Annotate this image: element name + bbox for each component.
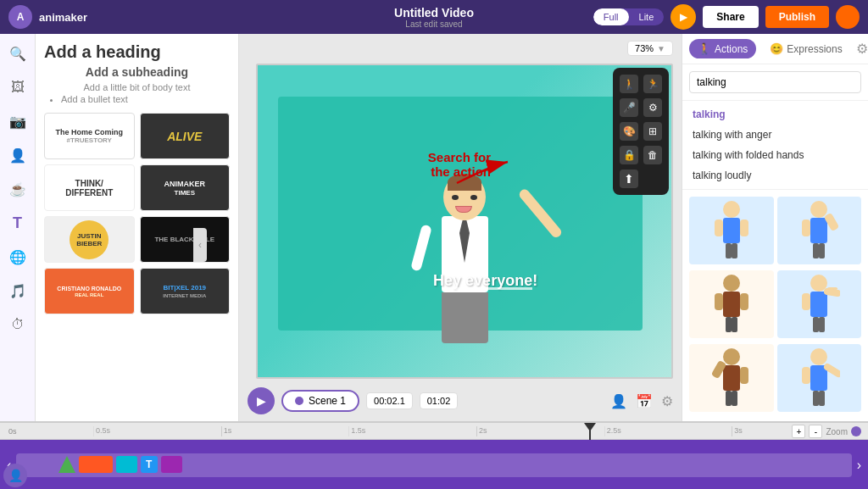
panel-subheading[interactable]: Add a subheading — [44, 65, 230, 79]
sidebar-icon-character[interactable]: 👤 — [7, 144, 29, 166]
timeline-right-nav[interactable]: › — [857, 458, 861, 473]
asset-item-alive[interactable]: ALIVE — [140, 113, 231, 159]
timeline-track-main[interactable]: T — [16, 453, 851, 477]
ft-icon-palette[interactable]: 🎨 — [620, 122, 638, 141]
person-icon[interactable]: 👤 — [610, 393, 627, 409]
panel-bullet[interactable]: Add a bullet text — [61, 94, 230, 104]
svg-rect-16 — [740, 293, 748, 310]
scene-label[interactable]: Scene 1 — [281, 390, 359, 412]
char-thumb-2[interactable] — [777, 197, 862, 264]
publish-button[interactable]: Publish — [765, 6, 829, 28]
ruler-mark-1: 1s — [221, 426, 349, 436]
panel-heading[interactable]: Add a heading — [44, 42, 230, 62]
sidebar-icon-bg[interactable]: 🌐 — [7, 246, 29, 268]
zoom-dropdown-icon[interactable]: ▼ — [657, 44, 665, 53]
track-purple-bar[interactable] — [161, 456, 182, 473]
sidebar-icon-music[interactable]: 🎵 — [7, 280, 29, 302]
full-toggle-btn[interactable]: Full — [593, 8, 629, 25]
settings-icon[interactable]: ⚙ — [661, 393, 673, 409]
action-item-talking-anger[interactable]: talking with anger — [682, 125, 868, 145]
action-list: talking talking with anger talking with … — [682, 101, 868, 190]
asset-item-bitxel[interactable]: BIT|XEL 2019INTERNET MEDIA — [140, 268, 231, 314]
char-thumb-1[interactable] — [689, 197, 774, 264]
float-toolbar-row-5: ⬆ — [620, 169, 662, 188]
float-toolbar-row-2: 🎤 ⚙ — [620, 98, 662, 117]
svg-rect-36 — [813, 391, 819, 406]
panel-body-text[interactable]: Add a little bit of body text — [44, 82, 230, 92]
action-item-talking-folded[interactable]: talking with folded hands — [682, 145, 868, 165]
zoom-in-button[interactable]: + — [792, 425, 805, 438]
float-toolbar-row-1: 🚶 🏃 — [620, 75, 662, 93]
action-search-input[interactable] — [689, 71, 861, 93]
char-tie — [459, 220, 470, 263]
action-item-talking-loudly[interactable]: talking loudly — [682, 165, 868, 186]
ruler-mark-0.5: 0.5s — [93, 426, 221, 436]
track-orange-bar[interactable] — [79, 456, 113, 473]
char-legs — [442, 292, 488, 343]
char-thumb-5[interactable] — [689, 344, 774, 412]
float-toolbar-row-3: 🎨 ⊞ — [620, 122, 662, 141]
ft-icon-layout[interactable]: ⊞ — [643, 122, 662, 141]
tab-actions[interactable]: 🚶 Actions — [689, 39, 756, 58]
playhead[interactable] — [589, 423, 591, 440]
sidebar-icon-text[interactable]: T — [7, 212, 29, 234]
char-thumb-3[interactable] — [689, 270, 774, 338]
ft-icon-settings[interactable]: ⚙ — [643, 98, 662, 117]
zoom-out-button[interactable]: - — [809, 425, 822, 438]
sidebar-icon-search[interactable]: 🔍 — [7, 42, 29, 64]
asset-item-justin[interactable]: JUSTINBIEBER — [44, 216, 135, 263]
track-triangle-green — [58, 456, 75, 473]
char-head — [443, 174, 486, 220]
zoom-circle-indicator[interactable] — [851, 426, 861, 436]
float-toolbar-row-4: 🔒 🗑 — [620, 146, 662, 164]
save-status: Last edit saved — [394, 19, 474, 29]
zoom-bar[interactable]: 73% ▼ — [627, 41, 673, 56]
asset-item-black-hole[interactable]: THE BLACK HOLE — [140, 216, 231, 263]
ft-icon-walk[interactable]: 🚶 — [620, 75, 638, 93]
canvas-frame[interactable]: Hey everyone! — [256, 64, 673, 379]
sidebar-icon-media[interactable]: 🖼 — [7, 76, 29, 98]
preview-play-button[interactable]: ▶ — [670, 4, 696, 30]
svg-rect-24 — [813, 317, 819, 332]
ft-icon-delete[interactable]: 🗑 — [643, 146, 662, 164]
tab-actions-label: Actions — [715, 43, 748, 55]
asset-item-think[interactable]: THINK/DIFFERENT — [44, 164, 135, 211]
char-thumb-4[interactable] — [777, 270, 862, 338]
ft-icon-mic[interactable]: 🎤 — [620, 98, 638, 117]
ft-icon-lock[interactable]: 🔒 — [620, 146, 638, 164]
video-title[interactable]: Untitled Video — [394, 6, 474, 19]
char-thumb-6[interactable] — [777, 344, 862, 412]
sidebar-icon-timer[interactable]: ⏱ — [7, 314, 29, 336]
calendar-icon[interactable]: 📅 — [636, 393, 653, 409]
track-teal-bar[interactable] — [116, 456, 137, 473]
sidebar-icon-props[interactable]: ☕ — [7, 178, 29, 200]
top-bar: A animaker Untitled Video Last edit save… — [0, 0, 868, 34]
asset-item-cristiano[interactable]: CRISTIANO RONALDOREAL REAL — [44, 268, 135, 314]
ft-icon-expand[interactable]: ⬆ — [620, 169, 638, 188]
zoom-label: Zoom — [826, 427, 848, 436]
svg-rect-20 — [810, 292, 827, 317]
svg-line-22 — [827, 292, 837, 293]
timeline-area: 0s 0.5s 1s 1.5s 2s 2.5s 3s + - Zoom ‹ — [0, 421, 868, 489]
svg-rect-29 — [740, 367, 748, 384]
view-toggle: Full Lite — [593, 8, 664, 25]
svg-point-13 — [723, 275, 740, 292]
action-item-talking[interactable]: talking — [682, 104, 868, 125]
canvas-area: 73% ▼ — [239, 34, 682, 421]
svg-rect-5 — [726, 243, 732, 258]
svg-point-7 — [810, 201, 827, 218]
asset-item-animaker[interactable]: ANIMAKERTIMES — [140, 164, 231, 211]
track-blue-t[interactable]: T — [141, 456, 158, 473]
svg-rect-14 — [723, 292, 740, 317]
user-avatar[interactable] — [836, 5, 860, 29]
play-scene-button[interactable]: ▶ — [248, 387, 275, 414]
panel-settings-icon[interactable]: ⚙ — [856, 41, 868, 57]
asset-item-home-coming[interactable]: The Home Coming #TRUESTORY — [44, 113, 135, 159]
lite-toggle-btn[interactable]: Lite — [629, 8, 665, 25]
sidebar-icon-photo[interactable]: 📷 — [7, 110, 29, 132]
tab-expressions[interactable]: 😊 Expressions — [761, 39, 850, 58]
ft-icon-run[interactable]: 🏃 — [643, 75, 662, 93]
bottom-user-avatar[interactable]: 👤 — [3, 464, 27, 487]
share-button[interactable]: Share — [703, 6, 758, 28]
collapse-panel-button[interactable]: ‹ — [193, 228, 207, 262]
